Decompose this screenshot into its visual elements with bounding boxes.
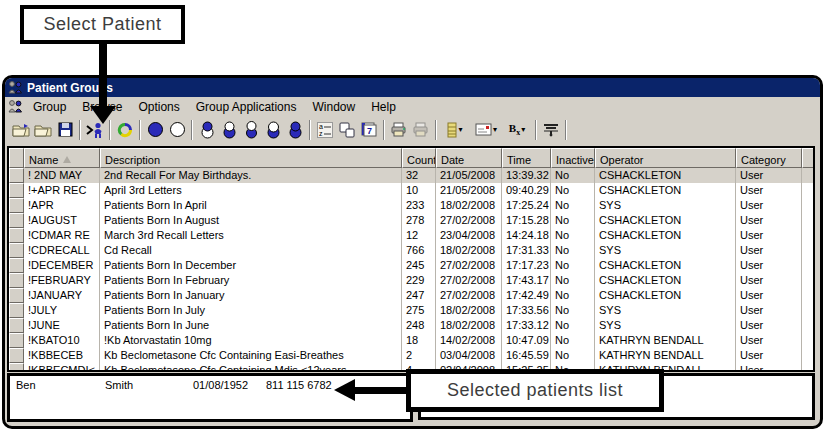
menu-item-help[interactable]: Help — [363, 98, 404, 116]
cell-name[interactable]: !JULY — [24, 303, 100, 318]
table-row[interactable]: !KBBECEBKb Beclometasone Cfc Containing … — [9, 348, 813, 363]
table-row[interactable]: !KBATO10!Kb Atorvastatin 10mg1814/02/200… — [9, 333, 813, 348]
cell-category[interactable]: User — [736, 303, 802, 318]
group-date-button[interactable]: 7 — [358, 119, 380, 141]
header-date[interactable]: Date — [436, 148, 502, 168]
cell-category[interactable]: User — [736, 198, 802, 213]
row-selector[interactable] — [9, 198, 24, 213]
header-inactive[interactable]: Inactive — [551, 148, 595, 168]
cell-count[interactable]: 10 — [402, 183, 436, 198]
cell-inactive[interactable]: No — [551, 348, 595, 363]
header-name[interactable]: Name — [24, 148, 100, 168]
cell-name[interactable]: !CDRECALL — [24, 243, 100, 258]
cell-inactive[interactable]: No — [551, 228, 595, 243]
open-folder-button[interactable] — [32, 119, 54, 141]
header-time[interactable]: Time — [502, 148, 551, 168]
header-operator[interactable]: Operator — [595, 148, 736, 168]
cell-name[interactable]: !+APR REC — [24, 183, 100, 198]
cell-count[interactable]: 233 — [402, 198, 436, 213]
cell-count[interactable]: 278 — [402, 213, 436, 228]
cell-description[interactable]: Kb Beclometasone Cfc Containing Easi-Bre… — [100, 348, 402, 363]
cell-time[interactable]: 17:25.24 — [502, 198, 551, 213]
new-group-folder-button[interactable] — [10, 119, 32, 141]
cell-operator[interactable]: CSHACKLETON — [595, 183, 736, 198]
cell-description[interactable]: April 3rd Letters — [100, 183, 402, 198]
copy-group-button[interactable] — [336, 119, 358, 141]
cell-operator[interactable]: SYS — [595, 303, 736, 318]
refresh-group-button[interactable] — [114, 119, 136, 141]
cell-name[interactable]: !JANUARY — [24, 288, 100, 303]
table-row[interactable]: ! 2ND MAY2nd Recall For May Birthdays.32… — [9, 168, 813, 183]
cell-date[interactable]: 18/02/2008 — [436, 243, 502, 258]
cell-date[interactable]: 18/02/2008 — [436, 303, 502, 318]
cell-time[interactable]: 10:47.09 — [502, 333, 551, 348]
cell-description[interactable]: Patients Born In April — [100, 198, 402, 213]
table-row[interactable]: !APRPatients Born In April23318/02/20081… — [9, 198, 813, 213]
table-row[interactable]: !+APR RECApril 3rd Letters1021/05/200809… — [9, 183, 813, 198]
row-selector[interactable] — [9, 318, 24, 333]
combine-top-blue-button[interactable] — [196, 119, 218, 141]
cell-category[interactable]: User — [736, 273, 802, 288]
combine-bottom-blue-button[interactable] — [218, 119, 240, 141]
cell-inactive[interactable]: No — [551, 168, 595, 183]
table-row[interactable]: !DECEMBERPatients Born In December24527/… — [9, 258, 813, 273]
header-count[interactable]: Count — [402, 148, 436, 168]
cell-operator[interactable]: CSHACKLETON — [595, 213, 736, 228]
cell-date[interactable]: 18/02/2008 — [436, 318, 502, 333]
cell-date[interactable]: 27/02/2008 — [436, 213, 502, 228]
cell-date[interactable]: 27/02/2008 — [436, 258, 502, 273]
view-form-dropdown-button[interactable]: ▾ — [470, 119, 502, 141]
cell-name[interactable]: !KBBECEB — [24, 348, 100, 363]
circle-empty-button[interactable] — [166, 119, 188, 141]
cell-operator[interactable]: SYS — [595, 198, 736, 213]
row-selector[interactable] — [9, 168, 24, 183]
cell-count[interactable]: 229 — [402, 273, 436, 288]
cell-time[interactable]: 17:43.17 — [502, 273, 551, 288]
cell-date[interactable]: 21/05/2008 — [436, 168, 502, 183]
cell-time[interactable]: 13:39.32 — [502, 168, 551, 183]
cell-time[interactable]: 17:31.33 — [502, 243, 551, 258]
cell-operator[interactable]: CSHACKLETON — [595, 258, 736, 273]
cell-name[interactable]: !APR — [24, 198, 100, 213]
cell-date[interactable]: 18/02/2008 — [436, 198, 502, 213]
cell-description[interactable]: Patients Born In February — [100, 273, 402, 288]
cell-description[interactable]: Cd Recall — [100, 243, 402, 258]
cell-date[interactable]: 21/05/2008 — [436, 183, 502, 198]
cell-operator[interactable]: CSHACKLETON — [595, 168, 736, 183]
cell-count[interactable]: 247 — [402, 288, 436, 303]
cell-name[interactable]: !CDMAR RE — [24, 228, 100, 243]
cell-inactive[interactable]: No — [551, 303, 595, 318]
cell-inactive[interactable]: No — [551, 198, 595, 213]
cell-name[interactable]: !KBATO10 — [24, 333, 100, 348]
cell-category[interactable]: User — [736, 243, 802, 258]
row-selector[interactable] — [9, 243, 24, 258]
cell-time[interactable]: 17:17.23 — [502, 258, 551, 273]
cell-operator[interactable]: CSHACKLETON — [595, 288, 736, 303]
cell-time[interactable]: 17:42.49 — [502, 288, 551, 303]
header-description[interactable]: Description — [100, 148, 402, 168]
cell-name[interactable]: !DECEMBER — [24, 258, 100, 273]
save-button[interactable] — [54, 119, 76, 141]
cell-category[interactable]: User — [736, 348, 802, 363]
table-row[interactable]: !JUNEPatients Born In June24818/02/20081… — [9, 318, 813, 333]
row-selector[interactable] — [9, 348, 24, 363]
table-row[interactable]: !CDMAR REMarch 3rd Recall Letters1223/04… — [9, 228, 813, 243]
cell-operator[interactable]: KATHRYN BENDALL — [595, 333, 736, 348]
cell-description[interactable]: Patients Born In August — [100, 213, 402, 228]
table-row[interactable]: !JANUARYPatients Born In January24727/02… — [9, 288, 813, 303]
table-row[interactable]: !JULYPatients Born In July27518/02/20081… — [9, 303, 813, 318]
cell-count[interactable]: 32 — [402, 168, 436, 183]
cell-time[interactable]: 09:40.29 — [502, 183, 551, 198]
cell-inactive[interactable]: No — [551, 288, 595, 303]
cell-date[interactable]: 23/04/2008 — [436, 228, 502, 243]
cell-description[interactable]: Patients Born In December — [100, 258, 402, 273]
sort-az-button[interactable]: az — [314, 119, 336, 141]
menu-item-options[interactable]: Options — [130, 98, 187, 116]
table-row[interactable]: !FEBRUARYPatients Born In February22927/… — [9, 273, 813, 288]
cell-category[interactable]: User — [736, 228, 802, 243]
table-row[interactable]: !CDRECALLCd Recall76618/02/200817:31.33N… — [9, 243, 813, 258]
cell-date[interactable]: 14/02/2008 — [436, 333, 502, 348]
cell-time[interactable]: 16:45.59 — [502, 348, 551, 363]
row-selector[interactable] — [9, 213, 24, 228]
cell-count[interactable]: 248 — [402, 318, 436, 333]
